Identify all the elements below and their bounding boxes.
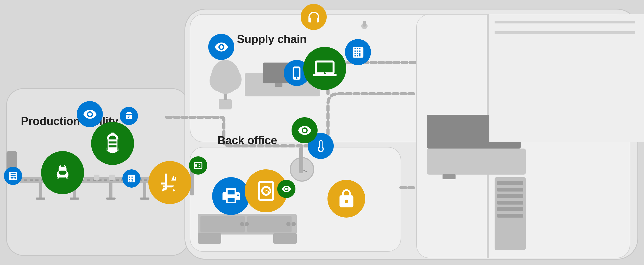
svg-rect-58 xyxy=(10,173,15,174)
svg-rect-7 xyxy=(18,177,164,183)
svg-rect-54 xyxy=(299,147,303,173)
scene: Production facility Back office Supply c… xyxy=(0,0,644,265)
svg-rect-46 xyxy=(495,177,526,250)
svg-point-61 xyxy=(14,177,16,178)
svg-rect-13 xyxy=(36,198,45,200)
svg-point-35 xyxy=(245,222,249,226)
camera-supply-icon[interactable] xyxy=(208,34,234,60)
printer-icon[interactable] xyxy=(212,177,250,215)
camera-backoffice-icon[interactable] xyxy=(277,180,295,198)
svg-point-36 xyxy=(292,222,296,226)
svg-rect-44 xyxy=(495,21,635,23)
svg-rect-5 xyxy=(416,14,630,258)
access-panel-icon[interactable] xyxy=(4,167,22,185)
svg-rect-42 xyxy=(443,174,456,179)
forklift-icon[interactable] xyxy=(148,161,191,204)
svg-rect-32 xyxy=(247,216,292,232)
svg-rect-6 xyxy=(487,14,489,258)
camera-production-icon[interactable] xyxy=(77,101,103,127)
svg-rect-43 xyxy=(489,14,644,142)
svg-rect-45 xyxy=(495,31,635,34)
svg-point-33 xyxy=(240,222,244,226)
svg-point-22 xyxy=(211,60,240,94)
tank-icon[interactable] xyxy=(91,122,134,165)
svg-rect-50 xyxy=(497,201,523,205)
svg-rect-9 xyxy=(39,182,42,198)
svg-rect-16 xyxy=(140,198,149,200)
supply-chain-label: Supply chain xyxy=(237,33,307,46)
svg-rect-15 xyxy=(106,198,116,200)
svg-rect-28 xyxy=(198,214,297,235)
lock-rightroom-icon[interactable] xyxy=(327,180,365,218)
svg-rect-60 xyxy=(10,177,13,178)
headset-icon[interactable] xyxy=(301,4,327,30)
svg-rect-41 xyxy=(427,115,521,149)
laptop-icon[interactable] xyxy=(303,47,346,90)
svg-rect-52 xyxy=(497,214,523,218)
svg-point-34 xyxy=(286,222,291,226)
svg-line-27 xyxy=(302,169,307,172)
svg-rect-40 xyxy=(427,149,526,175)
svg-rect-51 xyxy=(497,207,523,211)
camera-rightroom-icon[interactable] xyxy=(292,117,318,143)
svg-rect-39 xyxy=(275,83,282,87)
svg-rect-20 xyxy=(219,99,232,109)
svg-rect-12 xyxy=(143,182,146,198)
svg-point-24 xyxy=(223,69,242,90)
robot-arm-icon[interactable] xyxy=(41,151,84,194)
pipe-connector-icon[interactable] xyxy=(120,107,138,125)
svg-rect-59 xyxy=(10,175,15,176)
svg-rect-11 xyxy=(109,182,112,198)
keypad-production-icon[interactable] xyxy=(122,169,141,188)
svg-rect-62 xyxy=(111,133,115,135)
svg-rect-49 xyxy=(497,194,523,198)
svg-rect-56 xyxy=(363,21,366,27)
card-reader-backoffice-icon[interactable] xyxy=(189,156,207,175)
svg-point-23 xyxy=(210,70,228,91)
svg-rect-19 xyxy=(109,175,115,180)
svg-rect-29 xyxy=(198,233,221,244)
svg-rect-47 xyxy=(497,181,523,185)
svg-rect-48 xyxy=(497,188,523,192)
svg-rect-18 xyxy=(94,175,99,180)
svg-rect-31 xyxy=(200,216,245,232)
svg-point-25 xyxy=(290,158,314,181)
svg-rect-14 xyxy=(70,198,79,200)
svg-rect-21 xyxy=(224,83,227,100)
back-office-label: Back office xyxy=(217,134,277,147)
keypad-rightroom-icon[interactable] xyxy=(345,39,371,65)
svg-point-55 xyxy=(361,23,368,29)
svg-rect-30 xyxy=(273,233,297,244)
